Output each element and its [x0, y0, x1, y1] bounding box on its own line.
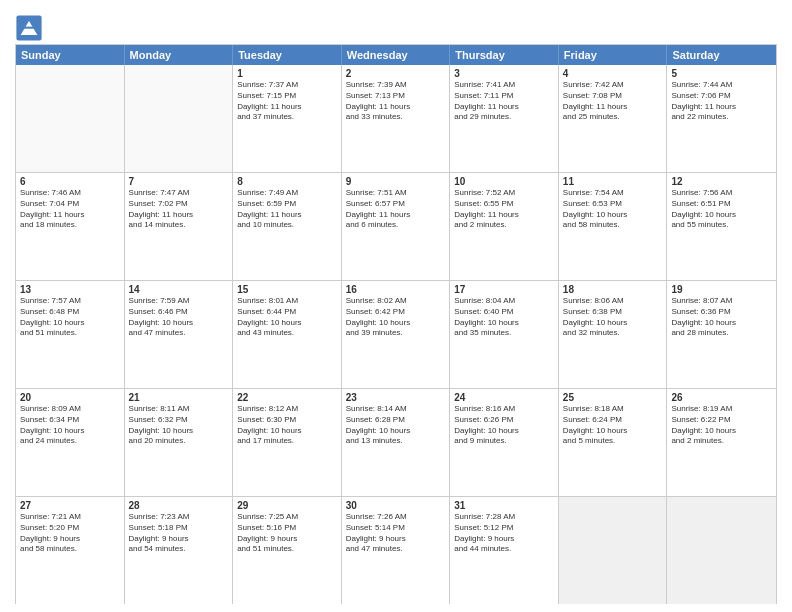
calendar-row-4: 27Sunrise: 7:21 AM Sunset: 5:20 PM Dayli… [16, 497, 776, 604]
day-info: Sunrise: 7:41 AM Sunset: 7:11 PM Dayligh… [454, 80, 554, 123]
day-number: 9 [346, 176, 446, 187]
day-info: Sunrise: 7:46 AM Sunset: 7:04 PM Dayligh… [20, 188, 120, 231]
day-number: 15 [237, 284, 337, 295]
day-info: Sunrise: 7:39 AM Sunset: 7:13 PM Dayligh… [346, 80, 446, 123]
day-number: 22 [237, 392, 337, 403]
day-info: Sunrise: 7:25 AM Sunset: 5:16 PM Dayligh… [237, 512, 337, 555]
day-number: 18 [563, 284, 663, 295]
day-info: Sunrise: 7:59 AM Sunset: 6:46 PM Dayligh… [129, 296, 229, 339]
day-number: 2 [346, 68, 446, 79]
calendar-row-1: 6Sunrise: 7:46 AM Sunset: 7:04 PM Daylig… [16, 173, 776, 281]
day-number: 8 [237, 176, 337, 187]
day-info: Sunrise: 8:12 AM Sunset: 6:30 PM Dayligh… [237, 404, 337, 447]
day-info: Sunrise: 7:23 AM Sunset: 5:18 PM Dayligh… [129, 512, 229, 555]
logo [15, 14, 47, 42]
calendar-cell: 4Sunrise: 7:42 AM Sunset: 7:08 PM Daylig… [559, 65, 668, 172]
day-number: 1 [237, 68, 337, 79]
calendar-cell: 23Sunrise: 8:14 AM Sunset: 6:28 PM Dayli… [342, 389, 451, 496]
day-info: Sunrise: 7:54 AM Sunset: 6:53 PM Dayligh… [563, 188, 663, 231]
calendar-cell: 22Sunrise: 8:12 AM Sunset: 6:30 PM Dayli… [233, 389, 342, 496]
logo-icon [15, 14, 43, 42]
calendar-cell: 12Sunrise: 7:56 AM Sunset: 6:51 PM Dayli… [667, 173, 776, 280]
day-info: Sunrise: 7:37 AM Sunset: 7:15 PM Dayligh… [237, 80, 337, 123]
day-info: Sunrise: 8:04 AM Sunset: 6:40 PM Dayligh… [454, 296, 554, 339]
calendar-cell: 3Sunrise: 7:41 AM Sunset: 7:11 PM Daylig… [450, 65, 559, 172]
day-info: Sunrise: 8:06 AM Sunset: 6:38 PM Dayligh… [563, 296, 663, 339]
day-info: Sunrise: 8:01 AM Sunset: 6:44 PM Dayligh… [237, 296, 337, 339]
calendar-cell [667, 497, 776, 604]
svg-rect-3 [22, 27, 36, 29]
calendar-cell [125, 65, 234, 172]
day-number: 6 [20, 176, 120, 187]
day-info: Sunrise: 7:47 AM Sunset: 7:02 PM Dayligh… [129, 188, 229, 231]
day-number: 29 [237, 500, 337, 511]
calendar-cell [16, 65, 125, 172]
day-number: 25 [563, 392, 663, 403]
calendar-cell: 25Sunrise: 8:18 AM Sunset: 6:24 PM Dayli… [559, 389, 668, 496]
day-info: Sunrise: 8:16 AM Sunset: 6:26 PM Dayligh… [454, 404, 554, 447]
day-number: 28 [129, 500, 229, 511]
day-info: Sunrise: 7:44 AM Sunset: 7:06 PM Dayligh… [671, 80, 772, 123]
header-cell-thursday: Thursday [450, 45, 559, 65]
day-number: 21 [129, 392, 229, 403]
calendar-cell: 14Sunrise: 7:59 AM Sunset: 6:46 PM Dayli… [125, 281, 234, 388]
day-info: Sunrise: 7:49 AM Sunset: 6:59 PM Dayligh… [237, 188, 337, 231]
calendar-cell: 27Sunrise: 7:21 AM Sunset: 5:20 PM Dayli… [16, 497, 125, 604]
header-cell-saturday: Saturday [667, 45, 776, 65]
day-info: Sunrise: 7:57 AM Sunset: 6:48 PM Dayligh… [20, 296, 120, 339]
calendar-cell: 24Sunrise: 8:16 AM Sunset: 6:26 PM Dayli… [450, 389, 559, 496]
day-number: 3 [454, 68, 554, 79]
calendar-row-2: 13Sunrise: 7:57 AM Sunset: 6:48 PM Dayli… [16, 281, 776, 389]
calendar-cell: 31Sunrise: 7:28 AM Sunset: 5:12 PM Dayli… [450, 497, 559, 604]
day-number: 7 [129, 176, 229, 187]
day-info: Sunrise: 8:07 AM Sunset: 6:36 PM Dayligh… [671, 296, 772, 339]
calendar-cell: 26Sunrise: 8:19 AM Sunset: 6:22 PM Dayli… [667, 389, 776, 496]
calendar-cell: 13Sunrise: 7:57 AM Sunset: 6:48 PM Dayli… [16, 281, 125, 388]
page: SundayMondayTuesdayWednesdayThursdayFrid… [0, 0, 792, 612]
calendar-row-3: 20Sunrise: 8:09 AM Sunset: 6:34 PM Dayli… [16, 389, 776, 497]
calendar-cell [559, 497, 668, 604]
calendar-cell: 1Sunrise: 7:37 AM Sunset: 7:15 PM Daylig… [233, 65, 342, 172]
calendar-cell: 8Sunrise: 7:49 AM Sunset: 6:59 PM Daylig… [233, 173, 342, 280]
day-number: 13 [20, 284, 120, 295]
day-number: 10 [454, 176, 554, 187]
day-number: 14 [129, 284, 229, 295]
calendar-cell: 29Sunrise: 7:25 AM Sunset: 5:16 PM Dayli… [233, 497, 342, 604]
day-number: 30 [346, 500, 446, 511]
calendar-cell: 10Sunrise: 7:52 AM Sunset: 6:55 PM Dayli… [450, 173, 559, 280]
calendar: SundayMondayTuesdayWednesdayThursdayFrid… [15, 44, 777, 604]
day-number: 11 [563, 176, 663, 187]
day-info: Sunrise: 8:19 AM Sunset: 6:22 PM Dayligh… [671, 404, 772, 447]
day-number: 4 [563, 68, 663, 79]
day-info: Sunrise: 7:26 AM Sunset: 5:14 PM Dayligh… [346, 512, 446, 555]
header-cell-wednesday: Wednesday [342, 45, 451, 65]
day-info: Sunrise: 7:42 AM Sunset: 7:08 PM Dayligh… [563, 80, 663, 123]
calendar-cell: 5Sunrise: 7:44 AM Sunset: 7:06 PM Daylig… [667, 65, 776, 172]
day-number: 31 [454, 500, 554, 511]
day-number: 26 [671, 392, 772, 403]
header-cell-friday: Friday [559, 45, 668, 65]
calendar-cell: 30Sunrise: 7:26 AM Sunset: 5:14 PM Dayli… [342, 497, 451, 604]
calendar-cell: 21Sunrise: 8:11 AM Sunset: 6:32 PM Dayli… [125, 389, 234, 496]
day-info: Sunrise: 7:28 AM Sunset: 5:12 PM Dayligh… [454, 512, 554, 555]
header-cell-sunday: Sunday [16, 45, 125, 65]
day-number: 20 [20, 392, 120, 403]
day-number: 12 [671, 176, 772, 187]
day-info: Sunrise: 7:52 AM Sunset: 6:55 PM Dayligh… [454, 188, 554, 231]
calendar-row-0: 1Sunrise: 7:37 AM Sunset: 7:15 PM Daylig… [16, 65, 776, 173]
day-number: 17 [454, 284, 554, 295]
day-number: 27 [20, 500, 120, 511]
calendar-cell: 7Sunrise: 7:47 AM Sunset: 7:02 PM Daylig… [125, 173, 234, 280]
day-number: 19 [671, 284, 772, 295]
calendar-cell: 2Sunrise: 7:39 AM Sunset: 7:13 PM Daylig… [342, 65, 451, 172]
day-info: Sunrise: 7:21 AM Sunset: 5:20 PM Dayligh… [20, 512, 120, 555]
calendar-cell: 16Sunrise: 8:02 AM Sunset: 6:42 PM Dayli… [342, 281, 451, 388]
day-info: Sunrise: 7:51 AM Sunset: 6:57 PM Dayligh… [346, 188, 446, 231]
day-number: 5 [671, 68, 772, 79]
calendar-body: 1Sunrise: 7:37 AM Sunset: 7:15 PM Daylig… [16, 65, 776, 604]
day-number: 23 [346, 392, 446, 403]
header [15, 10, 777, 42]
day-number: 24 [454, 392, 554, 403]
day-info: Sunrise: 8:18 AM Sunset: 6:24 PM Dayligh… [563, 404, 663, 447]
calendar-cell: 6Sunrise: 7:46 AM Sunset: 7:04 PM Daylig… [16, 173, 125, 280]
